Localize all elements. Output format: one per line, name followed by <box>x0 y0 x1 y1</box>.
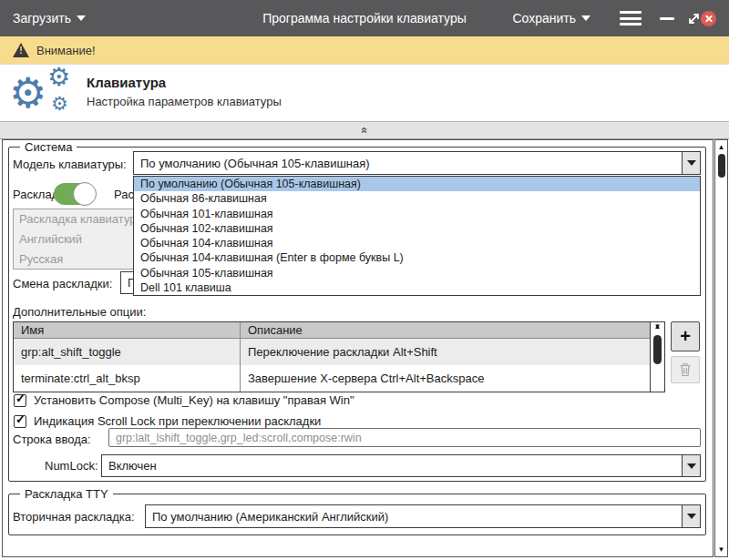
chevron-down-icon <box>687 463 696 469</box>
input-string-value: grp:lalt_lshift_toggle,grp_led:scroll,co… <box>116 432 362 444</box>
plus-icon: + <box>680 326 691 347</box>
warning-icon: ! <box>13 43 29 57</box>
save-menu-button[interactable]: Сохранить <box>512 0 590 36</box>
scrollbar-thumb[interactable] <box>653 335 662 364</box>
column-header-desc: Описание <box>241 322 664 338</box>
title-bar: Загрузить Программа настройки клавиатуры… <box>0 0 729 36</box>
chevron-down-icon <box>581 15 590 21</box>
save-menu-label: Сохранить <box>512 11 576 25</box>
table-row[interactable]: terminate:ctrl_alt_bkspЗавершение X-серв… <box>14 365 650 392</box>
secondary-layout-value: По умолчанию (Американский Английский) <box>146 510 682 524</box>
gears-icon: ⚙⚙⚙ <box>7 66 84 119</box>
keyboard-model-value: По умолчанию (Обычная 105-клавишная) <box>134 157 682 170</box>
layouts-toggle[interactable] <box>54 183 96 205</box>
scroll-down-icon[interactable]: ▼ <box>715 545 727 554</box>
secondary-layout-combobox[interactable]: По умолчанию (Американский Английский) <box>145 504 701 528</box>
maximize-icon[interactable] <box>686 11 702 29</box>
secondary-layout-label: Вторичная раскладка: <box>13 510 135 524</box>
toggle-knob-icon <box>73 182 97 206</box>
numlock-combobox[interactable]: Включен <box>101 454 701 477</box>
trash-icon <box>679 362 692 377</box>
model-option[interactable]: По умолчанию (Обычная 105-клавишная) <box>134 177 700 191</box>
table-scrollbar[interactable]: ▲ ▼ <box>650 322 664 392</box>
chevron-down-icon <box>687 160 696 166</box>
minimize-icon[interactable] <box>660 17 674 20</box>
scroll-up-icon[interactable]: ▲ <box>715 143 727 151</box>
scrollbar-thumb[interactable] <box>718 154 725 178</box>
table-row[interactable]: grp:alt_shift_toggleПереключение расклад… <box>14 339 650 365</box>
option-desc-cell: Завершение X-сервера Ctrl+Alt+Backspace <box>241 365 650 392</box>
keyboard-model-popup: По умолчанию (Обычная 105-клавишная)Обыч… <box>133 176 701 296</box>
model-option[interactable]: Обычная 102-клавишная <box>134 221 700 236</box>
tty-group-title: Раскладка TTY <box>20 487 113 501</box>
chevron-down-icon <box>687 514 696 519</box>
option-name-cell: terminate:ctrl_alt_bksp <box>14 365 241 392</box>
model-option[interactable]: Обычная 101-клавишная <box>134 207 700 221</box>
column-header-name: Имя <box>14 322 241 338</box>
warning-text: Внимание! <box>36 44 96 57</box>
dropdown-arrow-button[interactable] <box>682 455 700 476</box>
extra-options-label: Дополнительные опции: <box>13 305 146 319</box>
numlock-value: Включен <box>102 459 682 473</box>
keyboard-model-label: Модель клавиатуры: <box>13 158 127 171</box>
dropdown-arrow-button[interactable] <box>682 505 700 527</box>
collapse-header-bar[interactable]: « <box>0 121 729 139</box>
system-group-title: Система <box>20 140 77 154</box>
page-title: Клавиатура <box>87 75 166 90</box>
page-subtitle: Настройка параметров клавиатуры <box>87 95 282 108</box>
option-desc-cell: Переключение раскладки Alt+Shift <box>241 339 650 365</box>
option-name-cell: grp:alt_shift_toggle <box>14 339 241 365</box>
add-option-button[interactable]: + <box>671 321 700 351</box>
scrolllock-checkbox-label: Индикация Scroll Lock при переключении р… <box>34 414 321 428</box>
compose-checkbox-row[interactable]: Установить Compose (Multi_Key) на клавиш… <box>14 393 354 407</box>
scrolllock-checkbox-row[interactable]: Индикация Scroll Lock при переключении р… <box>14 414 321 428</box>
warning-banner: ! Внимание! <box>0 36 729 65</box>
keyboard-model-combobox[interactable]: По умолчанию (Обычная 105-клавишная) <box>133 151 701 175</box>
options-table-header: Имя Описание <box>14 322 664 339</box>
page-scrollbar[interactable]: ▲ ▼ <box>714 139 728 557</box>
scroll-down-icon[interactable]: ▼ <box>651 322 664 331</box>
chevron-up-icon: « <box>356 127 373 133</box>
checkbox-checked-icon[interactable] <box>14 394 26 407</box>
close-icon[interactable] <box>701 11 716 26</box>
input-string-label: Строка ввода: <box>13 433 91 446</box>
input-string-field[interactable]: grp:lalt_lshift_toggle,grp_led:scroll,co… <box>108 428 701 447</box>
layout-switch-label: Смена раскладки: <box>13 277 112 290</box>
dropdown-arrow-button[interactable] <box>682 152 700 174</box>
model-option[interactable]: Обычная 104-клавишная (Enter в форме бук… <box>134 250 700 265</box>
checkbox-checked-icon[interactable] <box>14 415 26 428</box>
model-option[interactable]: Обычная 105-клавишная <box>134 266 700 280</box>
model-option[interactable]: Обычная 86-клавишная <box>134 191 700 206</box>
settings-panel: Система Модель клавиатуры: По умолчанию … <box>2 139 714 557</box>
delete-option-button[interactable] <box>671 356 700 383</box>
options-table: Имя Описание grp:alt_shift_toggleПереклю… <box>13 321 665 392</box>
page-header: ⚙⚙⚙ Клавиатура Настройка параметров клав… <box>0 65 729 121</box>
compose-checkbox-label: Установить Compose (Multi_Key) на клавиш… <box>34 393 354 407</box>
model-option[interactable]: Dell 101 клавиша <box>134 280 700 295</box>
numlock-label: NumLock: <box>45 459 98 473</box>
model-option[interactable]: Обычная 104-клавишная <box>134 236 700 250</box>
menu-icon[interactable] <box>620 11 642 29</box>
